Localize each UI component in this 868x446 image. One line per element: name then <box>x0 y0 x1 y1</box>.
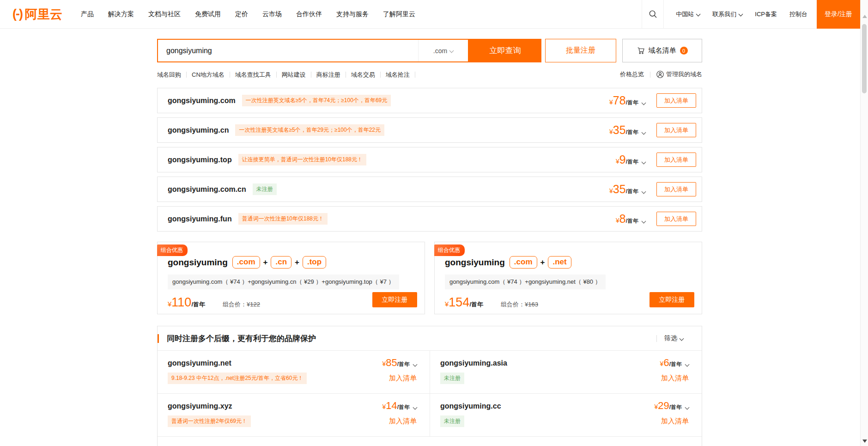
price-dropdown[interactable]: ¥35/首年 <box>609 124 645 136</box>
domain-search-input[interactable] <box>158 40 418 61</box>
add-to-list-button[interactable]: 加入清单 <box>656 153 696 167</box>
add-to-list-link[interactable]: 加入清单 <box>661 417 689 426</box>
link-domain-trade[interactable]: 域名交易 <box>346 72 381 78</box>
register-now-button[interactable]: 立即注册 <box>372 292 417 307</box>
combo-offer-card: 组合优惠 gongsiyuming .com + .cn + .top gong… <box>157 242 425 314</box>
link-domain-tools[interactable]: 域名查找工具 <box>230 72 277 78</box>
accent-bar <box>158 334 159 343</box>
login-register-button[interactable]: 登录/注册 <box>817 0 860 29</box>
search-results-list: gongsiyuming.com 一次性注册英文域名≥5个，首年74元；≥100… <box>157 88 702 232</box>
brand-suggestion-cell: gongsiyuming.cc ¥29/首年 未注册 加入清单 <box>430 394 702 437</box>
nav-item-support[interactable]: 支持与服务 <box>336 10 369 18</box>
register-now-button[interactable]: 立即注册 <box>649 292 694 307</box>
chevron-down-icon <box>413 405 418 410</box>
filter-dropdown[interactable]: 筛选 <box>664 334 683 342</box>
tld-dropdown[interactable]: .com <box>418 40 468 61</box>
link-trademark[interactable]: 商标注册 <box>311 72 346 78</box>
tld-chip: .top <box>303 256 326 269</box>
cell-top: gongsiyuming.xyz ¥14/首年 <box>168 401 417 411</box>
console-link[interactable]: 控制台 <box>789 10 807 18</box>
cell-top: gongsiyuming.net ¥85/首年 <box>168 358 417 368</box>
promo-tag: 一次性注册英文域名≥5个，首年29元；≥100个，首年22元 <box>235 124 384 136</box>
batch-register-button[interactable]: 批量注册 <box>545 39 616 62</box>
nav-item-docs[interactable]: 文档与社区 <box>148 10 181 18</box>
nav-item-about[interactable]: 了解阿里云 <box>383 10 415 18</box>
currency: ¥ <box>168 300 171 308</box>
scroll-up-arrow-icon[interactable] <box>862 15 867 18</box>
price-dropdown[interactable]: ¥6/首年 <box>660 358 689 368</box>
add-to-list-link[interactable]: 加入清单 <box>389 417 417 426</box>
search-icon[interactable] <box>642 0 664 28</box>
price-unit: /首年 <box>626 217 638 225</box>
icp-filing-link[interactable]: ICP备案 <box>755 10 777 18</box>
price-overview-link[interactable]: 价格总览 <box>620 70 644 79</box>
manage-my-domains-link[interactable]: 管理我的域名 <box>656 70 702 79</box>
alibaba-cloud-logo[interactable]: (-) 阿里云 <box>12 6 62 23</box>
chevron-down-icon <box>413 362 418 367</box>
chevron-down-icon <box>739 12 743 17</box>
scrollbar[interactable] <box>860 0 868 446</box>
combo-badge: 组合优惠 <box>434 244 465 256</box>
nav-item-partners[interactable]: 合作伙伴 <box>296 10 322 18</box>
price-dropdown[interactable]: ¥14/首年 <box>382 401 417 411</box>
plus-sign: + <box>540 258 545 267</box>
price-unit: /首年 <box>626 99 638 107</box>
nav-item-products[interactable]: 产品 <box>81 10 94 18</box>
price-value: 78 <box>613 95 626 106</box>
domain-result-row: gongsiyuming.fun 普通词一次性注册10年仅188元！ ¥8/首年… <box>157 206 702 232</box>
price-value: 8 <box>619 213 626 225</box>
chevron-down-icon <box>449 49 454 53</box>
search-box: .com <box>157 39 469 62</box>
price-value: 6 <box>663 358 669 368</box>
add-to-list-button[interactable]: 加入清单 <box>656 123 696 137</box>
promo-tag: 让连接更简单，普通词一次性注册10年仅188元！ <box>238 154 366 165</box>
chevron-down-icon <box>685 405 690 410</box>
domain-list-cart-button[interactable]: 域名清单 0 <box>622 39 702 62</box>
combo-offers: 组合优惠 gongsiyuming .com + .cn + .top gong… <box>157 242 702 314</box>
tld-selected-value: .com <box>433 47 447 55</box>
add-to-list-link[interactable]: 加入清单 <box>661 374 689 383</box>
nav-item-marketplace[interactable]: 云市场 <box>262 10 282 18</box>
nav-item-free-trial[interactable]: 免费试用 <box>195 10 221 18</box>
domain-result-row: gongsiyuming.cn 一次性注册英文域名≥5个，首年29元；≥100个… <box>157 117 702 143</box>
region-selector[interactable]: 中国站 <box>676 10 700 18</box>
price-dropdown[interactable]: ¥9/首年 <box>616 154 645 166</box>
unregistered-tag: 未注册 <box>440 373 464 384</box>
price-value: 154 <box>449 296 469 309</box>
tld-chip: .net <box>548 256 571 269</box>
price-dropdown[interactable]: ¥8/首年 <box>616 213 645 225</box>
cart-icon <box>637 47 645 55</box>
query-now-button[interactable]: 立即查询 <box>469 39 541 62</box>
contact-us-menu[interactable]: 联系我们 <box>712 10 742 18</box>
price-dropdown[interactable]: ¥35/首年 <box>609 183 645 196</box>
price-dropdown[interactable]: ¥29/首年 <box>654 401 689 411</box>
scrollbar-thumb[interactable] <box>862 24 867 93</box>
nav-item-solutions[interactable]: 解决方案 <box>108 10 134 18</box>
domain-result-row: gongsiyuming.com 一次性注册英文域名≥5个，首年74元；≥100… <box>157 88 702 113</box>
link-domain-buyback[interactable]: 域名回购 <box>157 72 187 78</box>
brand-suggestion-cell: gongsiyuming.asia ¥6/首年 未注册 加入清单 <box>430 351 702 394</box>
tld-chip: .com <box>510 256 537 269</box>
domain-result-row: gongsiyuming.top 让连接更简单，普通词一次性注册10年仅188元… <box>157 147 702 172</box>
domain-name: gongsiyuming.net <box>168 359 382 367</box>
price-dropdown[interactable]: ¥85/首年 <box>382 358 417 368</box>
link-domain-backorder[interactable]: 域名抢注 <box>381 72 415 78</box>
add-to-list-button[interactable]: 加入清单 <box>656 212 696 226</box>
add-to-list-link[interactable]: 加入清单 <box>389 374 417 383</box>
brand-suggestion-cell: gongsiyuming.net ¥85/首年 9.18-9.23 中午12点，… <box>158 351 430 394</box>
original-price-label: 组合价：¥ <box>501 300 528 309</box>
chevron-down-icon <box>685 362 690 367</box>
add-to-list-button[interactable]: 加入清单 <box>656 93 696 108</box>
link-cn-regional[interactable]: CN地方域名 <box>187 72 230 78</box>
scroll-down-arrow-icon[interactable] <box>862 440 867 443</box>
price-dropdown[interactable]: ¥78/首年 <box>609 95 645 107</box>
domain-name: gongsiyuming.cn <box>168 126 229 134</box>
price-unit: /首年 <box>669 403 682 411</box>
currency: ¥ <box>445 300 449 308</box>
chevron-down-icon <box>696 12 701 17</box>
nav-item-pricing[interactable]: 定价 <box>235 10 248 18</box>
link-website-builder[interactable]: 网站建设 <box>277 72 311 78</box>
add-to-list-button[interactable]: 加入清单 <box>656 182 696 196</box>
nav-right: 中国站 联系我们 ICP备案 控制台 登录/注册 <box>642 0 860 28</box>
nav-right-items: 中国站 联系我们 ICP备案 控制台 <box>676 10 807 18</box>
